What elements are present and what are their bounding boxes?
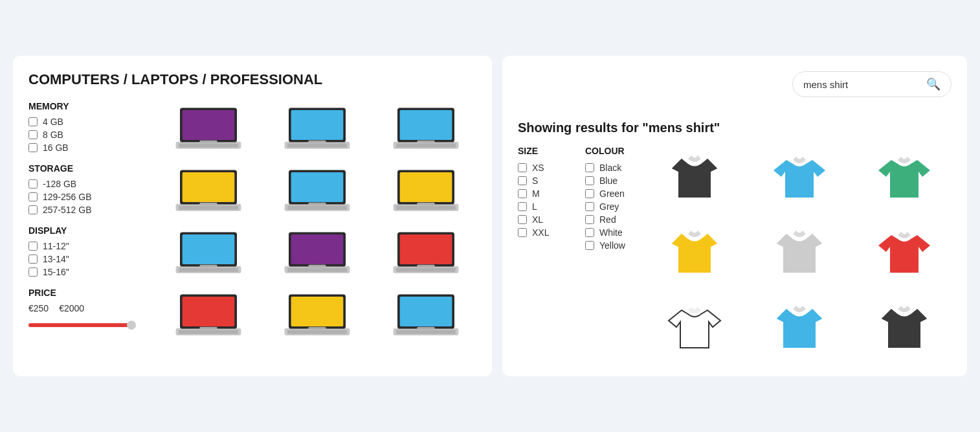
- list-item[interactable]: [857, 221, 952, 286]
- display-option[interactable]: 13-14": [28, 254, 158, 264]
- svg-rect-21: [287, 205, 347, 209]
- size-option-label: XL: [532, 214, 543, 225]
- storage-checkbox[interactable]: [28, 192, 38, 201]
- list-item[interactable]: [857, 146, 952, 210]
- memory-option[interactable]: 16 GB: [28, 142, 158, 153]
- storage-option[interactable]: -128 GB: [28, 179, 158, 189]
- size-filter: SIZE XSSMLXLXXL: [518, 146, 570, 361]
- display-checkbox[interactable]: [28, 242, 38, 251]
- search-input[interactable]: [803, 79, 926, 90]
- colour-option[interactable]: Grey: [585, 201, 637, 212]
- memory-checkbox[interactable]: [28, 117, 38, 126]
- size-checkbox[interactable]: [518, 202, 527, 211]
- list-item[interactable]: [282, 289, 353, 341]
- size-option[interactable]: S: [518, 176, 570, 186]
- colour-checkbox[interactable]: [585, 163, 594, 172]
- list-item[interactable]: [282, 102, 353, 154]
- search-icon[interactable]: 🔍: [926, 77, 941, 91]
- svg-rect-24: [308, 203, 326, 205]
- size-option[interactable]: L: [518, 201, 570, 212]
- memory-option[interactable]: 8 GB: [28, 130, 158, 140]
- svg-rect-44: [417, 265, 435, 267]
- svg-rect-28: [400, 172, 452, 202]
- svg-rect-29: [417, 203, 435, 205]
- list-item[interactable]: [752, 221, 847, 286]
- price-slider[interactable]: [28, 319, 132, 332]
- size-checkbox[interactable]: [518, 228, 527, 237]
- svg-rect-51: [287, 330, 347, 334]
- display-checkbox[interactable]: [28, 267, 38, 277]
- svg-rect-59: [417, 327, 435, 330]
- svg-rect-4: [199, 141, 217, 143]
- size-option[interactable]: M: [518, 188, 570, 199]
- list-item[interactable]: [173, 102, 244, 154]
- colour-option-label: Grey: [599, 201, 619, 212]
- price-min: €250: [28, 303, 49, 313]
- colour-filter: COLOUR BlackBlueGreenGreyRedWhiteYellow: [585, 146, 637, 361]
- list-item[interactable]: [390, 227, 462, 279]
- list-item[interactable]: [173, 289, 244, 341]
- list-item[interactable]: [752, 296, 847, 361]
- list-item[interactable]: [647, 296, 742, 361]
- list-item[interactable]: [282, 227, 353, 279]
- colour-option[interactable]: Blue: [585, 176, 637, 186]
- storage-checkbox[interactable]: [28, 179, 38, 188]
- price-max: €2000: [59, 303, 84, 313]
- colour-checkbox[interactable]: [585, 241, 594, 250]
- panel-title: COMPUTERS / LAPTOPS / PROFESSIONAL: [28, 71, 476, 88]
- list-item[interactable]: [752, 146, 847, 210]
- svg-rect-18: [183, 172, 235, 202]
- colour-option-label: Black: [599, 163, 621, 173]
- main-container: COMPUTERS / LAPTOPS / PROFESSIONAL MEMOR…: [13, 56, 967, 376]
- colour-checkbox[interactable]: [585, 202, 594, 211]
- memory-option[interactable]: 4 GB: [28, 117, 158, 127]
- display-option[interactable]: 11-12": [28, 241, 158, 251]
- search-bar[interactable]: 🔍: [792, 71, 952, 97]
- svg-rect-38: [291, 234, 344, 264]
- colour-option[interactable]: Black: [585, 163, 637, 173]
- svg-rect-1: [179, 143, 238, 147]
- size-checkbox[interactable]: [518, 176, 527, 185]
- size-option[interactable]: XL: [518, 214, 570, 225]
- list-item[interactable]: [647, 221, 742, 286]
- size-checkbox[interactable]: [518, 189, 527, 198]
- colour-checkbox[interactable]: [585, 176, 594, 185]
- memory-checkbox[interactable]: [28, 130, 38, 139]
- list-item[interactable]: [390, 165, 462, 216]
- display-checkbox[interactable]: [28, 255, 38, 264]
- laptops-grid: [158, 101, 476, 342]
- storage-option[interactable]: 257-512 GB: [28, 205, 158, 215]
- size-checkbox[interactable]: [518, 163, 527, 172]
- colour-checkbox[interactable]: [585, 215, 594, 224]
- svg-rect-48: [183, 297, 235, 326]
- size-option[interactable]: XXL: [518, 227, 570, 238]
- storage-option[interactable]: 129-256 GB: [28, 192, 158, 202]
- svg-rect-34: [199, 265, 217, 267]
- svg-rect-19: [199, 203, 217, 205]
- list-item[interactable]: [173, 165, 244, 216]
- list-item[interactable]: [857, 296, 952, 361]
- svg-rect-41: [396, 267, 456, 271]
- colour-option[interactable]: White: [585, 227, 637, 238]
- colour-checkbox[interactable]: [585, 228, 594, 237]
- storage-checkbox[interactable]: [28, 205, 38, 214]
- memory-checkbox[interactable]: [28, 143, 38, 152]
- size-option[interactable]: XS: [518, 163, 570, 173]
- display-option[interactable]: 15-16": [28, 267, 158, 277]
- colour-checkbox[interactable]: [585, 189, 594, 198]
- colour-option[interactable]: Red: [585, 214, 637, 225]
- list-item[interactable]: [390, 102, 462, 154]
- colour-option[interactable]: Green: [585, 188, 637, 199]
- list-item[interactable]: [282, 165, 353, 216]
- svg-rect-3: [183, 110, 235, 140]
- colour-option[interactable]: Yellow: [585, 240, 637, 251]
- slider-thumb[interactable]: [127, 321, 136, 330]
- size-checkbox[interactable]: [518, 215, 527, 224]
- slider-track: [28, 323, 132, 327]
- svg-rect-26: [396, 205, 456, 209]
- list-item[interactable]: [390, 289, 462, 341]
- list-item[interactable]: [173, 227, 244, 279]
- list-item[interactable]: [647, 146, 742, 210]
- svg-rect-14: [417, 141, 435, 143]
- right-panel: 🔍 Showing results for "mens shirt" SIZE …: [502, 56, 967, 376]
